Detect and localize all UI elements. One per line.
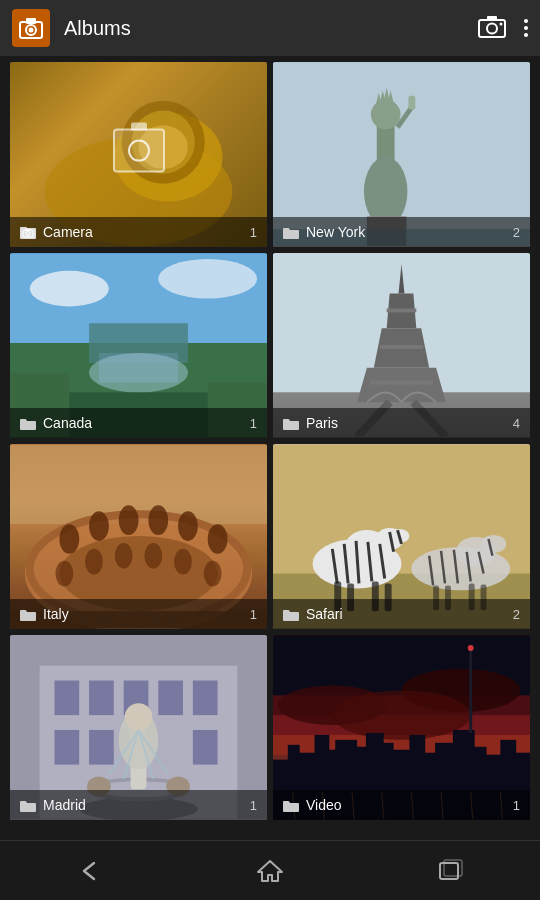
- svg-point-62: [55, 561, 73, 587]
- svg-rect-49: [370, 381, 433, 385]
- svg-rect-106: [54, 730, 79, 765]
- album-safari-count: 2: [513, 607, 520, 622]
- svg-point-58: [119, 505, 139, 535]
- album-madrid-label: Madrid 1: [10, 790, 267, 820]
- album-canada-count: 1: [250, 416, 257, 431]
- album-madrid-name: Madrid: [43, 797, 86, 813]
- svg-point-88: [481, 535, 507, 553]
- album-canada-label: Canada 1: [10, 408, 267, 438]
- album-camera-name: Camera: [43, 224, 93, 240]
- svg-point-63: [85, 549, 103, 575]
- svg-point-113: [125, 703, 153, 731]
- album-paris-label: Paris 4: [273, 408, 530, 438]
- svg-rect-1: [26, 18, 36, 24]
- album-newyork-name: New York: [306, 224, 365, 240]
- svg-point-60: [178, 511, 198, 541]
- svg-point-21: [364, 157, 407, 226]
- svg-point-59: [148, 505, 168, 535]
- album-madrid-count: 1: [250, 798, 257, 813]
- album-safari-name: Safari: [306, 606, 343, 622]
- svg-rect-48: [380, 345, 423, 349]
- madrid-folder-icon: [20, 799, 36, 812]
- svg-rect-102: [89, 681, 114, 716]
- album-video-label: Video 1: [273, 790, 530, 820]
- album-newyork[interactable]: New York 2: [273, 62, 530, 247]
- svg-point-37: [89, 353, 188, 393]
- svg-point-67: [204, 561, 222, 587]
- album-italy-count: 1: [250, 607, 257, 622]
- camera-button[interactable]: [478, 14, 506, 42]
- album-video-count: 1: [513, 798, 520, 813]
- album-newyork-count: 2: [513, 225, 520, 240]
- toolbar-icons: [478, 14, 528, 42]
- svg-point-56: [59, 524, 79, 554]
- camera-icon-label: [20, 225, 36, 239]
- album-paris[interactable]: Paris 4: [273, 253, 530, 438]
- album-newyork-label: New York 2: [273, 217, 530, 247]
- album-canada[interactable]: Canada 1: [10, 253, 267, 438]
- svg-point-34: [158, 259, 257, 299]
- svg-rect-108: [193, 730, 218, 765]
- album-camera[interactable]: Camera 1: [10, 62, 267, 247]
- paris-folder-icon: [283, 417, 299, 430]
- svg-point-33: [30, 271, 109, 307]
- dot2: [524, 26, 528, 30]
- album-safari-label: Safari 2: [273, 599, 530, 629]
- svg-point-3: [29, 28, 34, 33]
- back-button[interactable]: [60, 851, 120, 891]
- bottom-nav: [0, 840, 540, 900]
- svg-rect-104: [158, 681, 183, 716]
- dot1: [524, 19, 528, 23]
- recent-apps-button[interactable]: [420, 851, 480, 891]
- svg-point-64: [115, 543, 133, 569]
- svg-rect-28: [408, 96, 415, 110]
- svg-point-57: [89, 511, 109, 541]
- album-italy-name: Italy: [43, 606, 69, 622]
- svg-rect-101: [54, 681, 79, 716]
- album-camera-label: Camera 1: [10, 217, 267, 247]
- album-video-name: Video: [306, 797, 342, 813]
- albums-grid: Camera 1: [0, 56, 540, 826]
- svg-marker-46: [357, 368, 446, 403]
- album-paris-name: Paris: [306, 415, 338, 431]
- more-options-button[interactable]: [524, 19, 528, 37]
- svg-point-66: [174, 549, 192, 575]
- svg-point-7: [500, 23, 503, 26]
- app-icon: [12, 9, 50, 47]
- newyork-folder-icon: [283, 226, 299, 239]
- video-folder-icon: [283, 799, 299, 812]
- album-madrid[interactable]: Madrid 1: [10, 635, 267, 820]
- italy-folder-icon: [20, 608, 36, 621]
- home-button[interactable]: [240, 851, 300, 891]
- dot3: [524, 33, 528, 37]
- album-italy[interactable]: Italy 1: [10, 444, 267, 629]
- album-video[interactable]: Video 1: [273, 635, 530, 820]
- svg-rect-6: [487, 16, 497, 21]
- safari-folder-icon: [283, 608, 299, 621]
- album-paris-count: 4: [513, 416, 520, 431]
- album-italy-label: Italy 1: [10, 599, 267, 629]
- triangle-decoration: [260, 46, 280, 56]
- svg-point-5: [487, 24, 497, 34]
- album-camera-count: 1: [250, 225, 257, 240]
- svg-point-61: [208, 524, 228, 554]
- camera-overlay-icon: [113, 128, 165, 172]
- svg-rect-18: [26, 229, 30, 231]
- svg-point-22: [371, 100, 401, 130]
- svg-rect-47: [387, 308, 417, 312]
- svg-rect-107: [89, 730, 114, 765]
- svg-point-126: [332, 690, 470, 739]
- svg-rect-105: [193, 681, 218, 716]
- album-safari[interactable]: Safari 2: [273, 444, 530, 629]
- svg-point-65: [144, 543, 162, 569]
- page-title: Albums: [64, 17, 478, 40]
- album-canada-name: Canada: [43, 415, 92, 431]
- svg-point-155: [468, 645, 474, 651]
- canada-folder-icon: [20, 417, 36, 430]
